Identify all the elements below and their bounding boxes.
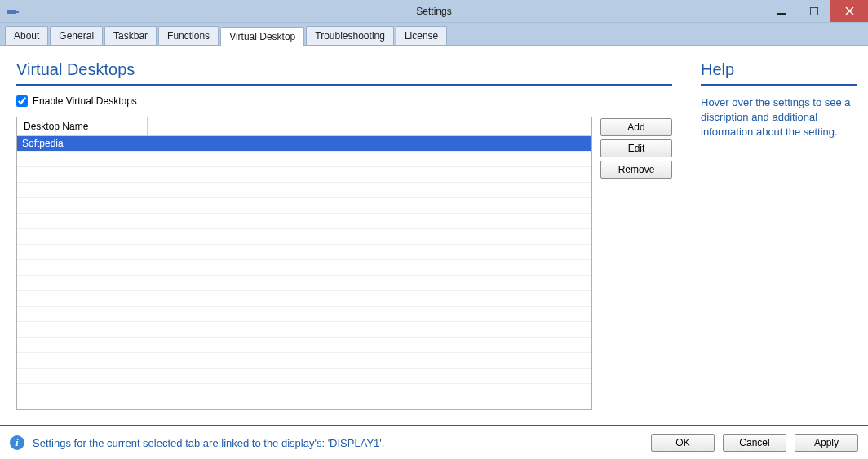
help-title: Help — [701, 60, 857, 79]
minimize-button[interactable] — [765, 0, 798, 22]
app-icon — [7, 7, 20, 15]
tab-virtual-desktop[interactable]: Virtual Desktop — [220, 27, 304, 46]
tab-functions[interactable]: Functions — [158, 26, 219, 45]
table-row[interactable] — [17, 276, 591, 291]
cell-desktop-name: Softpedia — [17, 136, 148, 151]
window-controls — [765, 0, 868, 22]
table-row[interactable] — [17, 307, 591, 322]
table-row[interactable] — [17, 198, 591, 214]
maximize-button[interactable] — [798, 0, 830, 22]
svg-rect-3 — [810, 7, 818, 15]
tab-taskbar[interactable]: Taskbar — [104, 26, 157, 45]
table-row[interactable] — [17, 214, 591, 229]
footer-buttons: OK Cancel Apply — [651, 434, 858, 452]
help-text: Hover over the settings to see a discrip… — [701, 95, 857, 140]
column-desktop-name[interactable]: Desktop Name — [17, 117, 148, 135]
table-row[interactable] — [17, 322, 591, 338]
titlebar: Settings — [0, 0, 868, 23]
enable-virtual-desktops-checkbox[interactable] — [16, 95, 28, 107]
window-title: Settings — [416, 6, 451, 17]
table-buttons: Add Edit Remove — [600, 117, 672, 410]
table-row[interactable] — [17, 183, 591, 198]
main-panel: Virtual Desktops Enable Virtual Desktops… — [0, 46, 689, 425]
svg-rect-2 — [777, 13, 786, 15]
table-row[interactable] — [17, 260, 591, 276]
tab-general[interactable]: General — [50, 26, 103, 45]
table-row[interactable] — [17, 152, 591, 167]
table-row[interactable] — [17, 338, 591, 353]
add-button[interactable]: Add — [600, 118, 672, 136]
close-button[interactable] — [830, 0, 868, 22]
table-area: Desktop Name Softpedia — [16, 117, 672, 410]
tab-troubleshooting[interactable]: Troubleshooting — [306, 26, 394, 45]
help-panel: Help Hover over the settings to see a di… — [689, 46, 868, 425]
enable-virtual-desktops-label[interactable]: Enable Virtual Desktops — [33, 95, 137, 107]
info-icon: i — [10, 435, 24, 450]
footer: i Settings for the current selected tab … — [0, 425, 868, 459]
table-row[interactable] — [17, 229, 591, 245]
enable-virtual-desktops-row: Enable Virtual Desktops — [16, 95, 672, 107]
apply-button[interactable]: Apply — [795, 434, 858, 452]
edit-button[interactable]: Edit — [600, 139, 672, 157]
help-divider — [701, 84, 857, 86]
status-text: Settings for the current selected tab ar… — [33, 437, 643, 449]
tab-about[interactable]: About — [5, 26, 48, 45]
remove-button[interactable]: Remove — [600, 161, 672, 179]
table-row[interactable] — [17, 291, 591, 307]
ok-button[interactable]: OK — [651, 434, 715, 452]
table-row[interactable] — [17, 167, 591, 183]
cancel-button[interactable]: Cancel — [723, 434, 786, 452]
tabstrip: About General Taskbar Functions Virtual … — [0, 23, 868, 45]
desktop-table[interactable]: Desktop Name Softpedia — [16, 117, 592, 410]
svg-rect-1 — [16, 11, 19, 13]
table-body: Softpedia — [17, 136, 591, 409]
table-row[interactable] — [17, 369, 591, 384]
tab-license[interactable]: License — [396, 26, 447, 45]
content: Virtual Desktops Enable Virtual Desktops… — [0, 45, 868, 425]
section-divider — [16, 84, 672, 86]
table-row[interactable] — [17, 245, 591, 260]
table-header: Desktop Name — [17, 117, 591, 136]
section-title: Virtual Desktops — [16, 60, 672, 79]
table-row[interactable]: Softpedia — [17, 136, 591, 152]
svg-rect-0 — [7, 10, 16, 14]
table-row[interactable] — [17, 353, 591, 369]
